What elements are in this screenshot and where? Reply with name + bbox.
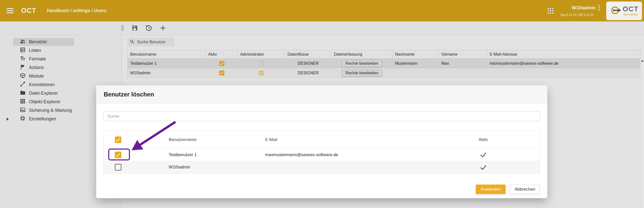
apply-button[interactable]: Anwenden	[476, 185, 506, 194]
row-checkbox[interactable]	[115, 164, 121, 170]
dialog-cell-aktiv	[478, 161, 540, 173]
dialog-cell-email	[265, 161, 478, 173]
cancel-button[interactable]: Abbrechen	[510, 185, 540, 194]
dialog-footer: Anwenden Abbrechen	[476, 185, 540, 194]
dialog-cell-benutzername: Testbenutzer 1	[169, 149, 265, 161]
delete-users-dialog: Benutzer löschen Benutzername E-Mail Akt…	[96, 85, 547, 198]
dialog-search-input[interactable]	[103, 112, 540, 121]
app-window: OCT Handbuch / settings / Users W10\admi…	[0, 0, 644, 208]
dialog-column-email[interactable]: E-Mail	[265, 131, 478, 149]
dialog-column-aktiv[interactable]: Aktiv	[478, 131, 540, 149]
active-check-icon	[480, 163, 486, 170]
dialog-users-table: Benutzername E-Mail Aktiv Testbenutzer 1…	[103, 131, 540, 174]
active-check-icon	[480, 151, 486, 157]
dialog-title: Benutzer löschen	[104, 91, 154, 98]
dialog-cell-aktiv	[478, 149, 540, 161]
row-select-cell	[104, 149, 169, 161]
dialog-header: Benutzer löschen	[96, 85, 547, 103]
select-all-checkbox[interactable]	[115, 136, 121, 143]
header-select-all-cell	[104, 131, 169, 149]
dialog-cell-email: maxmustermann@saxess-software.de	[265, 149, 478, 161]
row-checkbox[interactable]	[115, 152, 121, 158]
dialog-search	[103, 112, 540, 121]
dialog-column-benutzername[interactable]: Benutzername	[169, 131, 265, 149]
row-select-cell	[104, 161, 169, 173]
dialog-cell-benutzername: W10\admin	[169, 161, 265, 173]
